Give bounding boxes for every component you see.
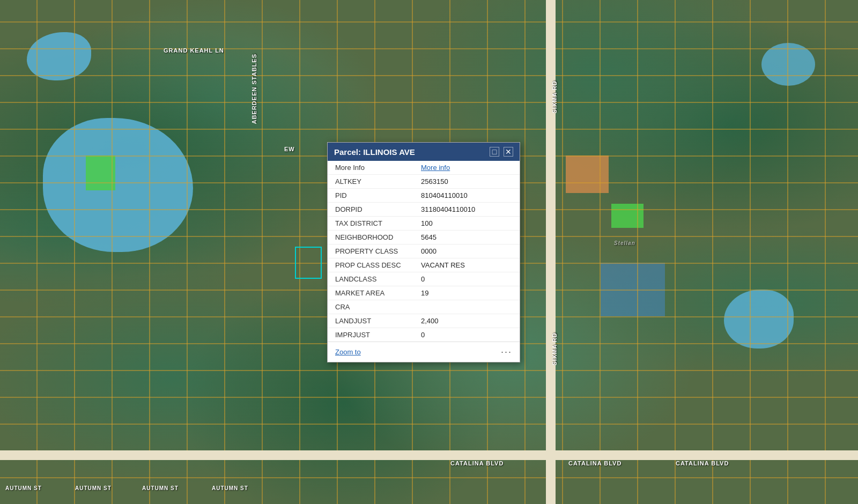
selected-parcel[interactable] (295, 247, 322, 279)
popup-row-landjust: LANDJUST 2,400 (328, 314, 520, 328)
dorpid-value: 31180404110010 (421, 205, 475, 213)
maximize-button[interactable]: □ (490, 147, 499, 157)
neighborhood-value: 5645 (421, 233, 437, 241)
popup-row-more-info: More Info More info (328, 161, 520, 175)
tax-district-label: TAX DISTRICT (335, 219, 421, 227)
prop-class-desc-label: PROP CLASS DESC (335, 261, 421, 269)
imprjust-value: 0 (421, 331, 425, 339)
parcel-popup: Parcel: ILLINOIS AVE □ ✕ More Info More … (327, 142, 520, 362)
cra-label: CRA (335, 303, 421, 311)
landjust-value: 2,400 (421, 317, 439, 325)
altkey-value: 2563150 (421, 177, 448, 186)
landjust-label: LANDJUST (335, 317, 421, 325)
more-info-link[interactable]: More info (421, 164, 450, 172)
road-label-catalina-3: CATALINA BLVD (676, 460, 729, 466)
prop-class-desc-value: VACANT RES (421, 261, 465, 269)
road-label-catalina-2: CATALINA BLVD (568, 460, 622, 466)
popup-footer: Zoom to ··· (328, 342, 520, 362)
road-label-sixma-bottom: SIXMA RD (551, 332, 558, 365)
landclass-value: 0 (421, 275, 425, 283)
zoom-to-link[interactable]: Zoom to (335, 348, 361, 356)
popup-row-neighborhood: NEIGHBORHOOD 5645 (328, 231, 520, 244)
property-class-value: 0000 (421, 247, 437, 255)
popup-header: Parcel: ILLINOIS AVE □ ✕ (328, 143, 520, 161)
road-label-autumn-2: AUTUMN ST (75, 485, 112, 491)
road-label-autumn-4: AUTUMN ST (212, 485, 248, 491)
altkey-label: ALTKEY (335, 177, 421, 186)
popup-row-market-area: MARKET AREA 19 (328, 286, 520, 300)
road-label-stellan: Stellan (614, 240, 635, 246)
pid-label: PID (335, 191, 421, 199)
popup-row-imprjust: IMPRJUST 0 (328, 328, 520, 342)
close-button[interactable]: ✕ (504, 147, 513, 157)
road-label-sixma-top: SIXMA RD (551, 80, 558, 113)
dorpid-label: DORPID (335, 205, 421, 213)
road-label-aberdeen: ABERDEEN STABLES (251, 54, 257, 124)
neighborhood-label: NEIGHBORHOOD (335, 233, 421, 241)
more-info-label: More Info (335, 164, 421, 172)
popup-row-cra: CRA (328, 300, 520, 314)
property-class-label: PROPERTY CLASS (335, 247, 421, 255)
road-label-catalina-1: CATALINA BLVD (450, 460, 504, 466)
road-label-autumn-3: AUTUMN ST (142, 485, 179, 491)
pid-value: 810404110010 (421, 191, 468, 199)
more-options-button[interactable]: ··· (501, 346, 512, 358)
popup-row-property-class: PROPERTY CLASS 0000 (328, 244, 520, 258)
popup-body: More Info More info ALTKEY 2563150 PID 8… (328, 161, 520, 342)
road-label-autumn-1: AUTUMN ST (5, 485, 42, 491)
popup-row-tax-district: TAX DISTRICT 100 (328, 217, 520, 231)
map-container: GRAND KEAHL LN ABERDEEN STABLES SIXMA RD… (0, 0, 858, 504)
sixma-rd-road (546, 0, 556, 504)
popup-title: Parcel: ILLINOIS AVE (334, 147, 415, 157)
tax-district-value: 100 (421, 219, 433, 227)
landclass-label: LANDCLASS (335, 275, 421, 283)
popup-row-landclass: LANDCLASS 0 (328, 272, 520, 286)
road-label-ew: EW (284, 146, 295, 152)
popup-row-dorpid: DORPID 31180404110010 (328, 203, 520, 217)
popup-controls: □ ✕ (490, 147, 513, 157)
catalina-blvd-road (0, 450, 858, 460)
imprjust-label: IMPRJUST (335, 331, 421, 339)
popup-row-pid: PID 810404110010 (328, 189, 520, 203)
popup-row-prop-class-desc: PROP CLASS DESC VACANT RES (328, 258, 520, 272)
market-area-value: 19 (421, 289, 428, 297)
road-label-grand-keahl: GRAND KEAHL LN (164, 47, 224, 54)
market-area-label: MARKET AREA (335, 289, 421, 297)
popup-row-altkey: ALTKEY 2563150 (328, 175, 520, 189)
